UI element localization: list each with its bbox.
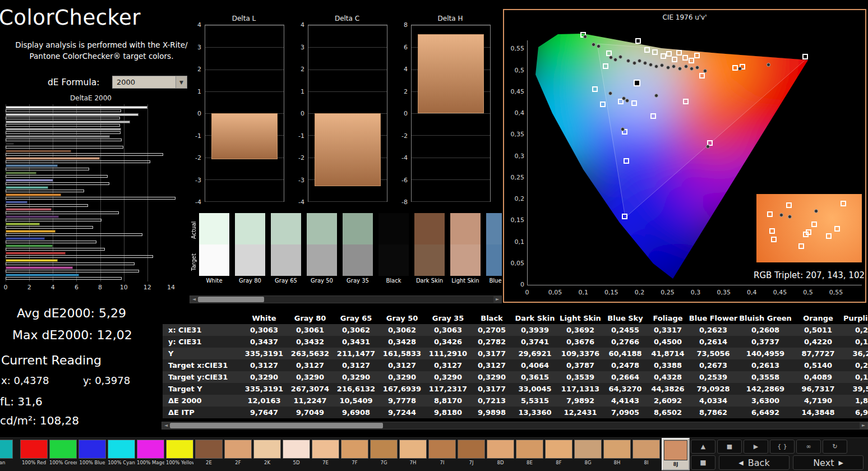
patch-color [108,440,135,459]
patch-label: 100% Red [20,460,48,465]
deitp-bar [6,219,101,221]
scroll-thumb[interactable] [198,297,264,302]
braces-button[interactable]: { } [770,440,795,454]
cie-inset [756,194,862,262]
table-scrollbar[interactable]: ◄► [161,422,868,430]
toolbar-patch-8j[interactable]: 8J [662,438,690,470]
scroll-left-button[interactable]: ◄ [190,296,198,303]
axis-tick-label: 0 [301,110,304,117]
table-cell: 96,7317 [793,383,843,395]
deltae-plot [6,104,171,281]
table-cell: 1,8554 [843,395,868,407]
actual-swatch [271,213,301,244]
table-cell: 0,3939 [513,324,557,336]
next-button[interactable]: Next ▶ [793,455,864,470]
play-icon: ▶ [754,443,758,450]
toolbar-patch-7h[interactable]: 7H [399,440,427,469]
axis-tick-label: 8 [404,21,408,29]
toolbar-patch-100-blue[interactable]: 100% Blue [79,440,106,469]
swatch-strip-scrollbar[interactable]: ◄► [190,295,502,303]
toolbar-patch-100-red[interactable]: 100% Red [20,440,48,469]
scroll-left-button[interactable]: ◄ [162,422,170,429]
toolbar-patch-2f[interactable]: 2F [224,440,252,469]
toolbar-patch-2k[interactable]: 2K [253,440,281,469]
measured-point [592,43,595,47]
toolbar-patch-5d[interactable]: 5D [283,440,310,469]
deitp-bar [6,109,121,112]
patch-label: 2E [195,460,223,465]
table-cell: 14,3848 [793,407,843,418]
toolbar-patch-7e[interactable]: 7E [312,440,339,469]
table-cell: 9,7049 [287,407,333,418]
table-cell: 335,3191 [241,383,287,395]
patch-label: 2F [224,460,252,465]
patch-label: 8J [664,461,687,467]
toolbar-patch-100-yellow[interactable]: 100% Yellow [166,440,193,469]
table-cell: 0,3676 [557,336,603,348]
de2000-bar [6,164,58,167]
toolbar-patch-8h[interactable]: 8H [603,440,631,469]
toolbar-patch-100-cyan[interactable]: 100% Cyan [108,440,135,469]
toolbar-patch-8f[interactable]: 8F [545,440,572,469]
toolbar-patch-8e[interactable]: 8E [516,440,543,469]
table-cell: 167,6939 [379,383,425,395]
toolbar-patch-8g[interactable]: 8G [574,440,602,469]
toolbar-patch-7i[interactable]: 7I [428,440,456,469]
color-patch: Gray 35 [343,213,373,287]
toolbar-patch-7g[interactable]: 7G [370,440,398,469]
toolbar-patch-7j[interactable]: 7J [458,440,485,469]
measured-point [625,99,629,103]
target-point [672,57,677,62]
target-point [666,51,672,57]
toolbar-patch-2e[interactable]: 2E [195,440,223,469]
gridline [308,91,387,92]
target-swatch [199,244,229,276]
table-cell: 0,4089 [793,371,843,383]
scroll-right-button[interactable]: ► [493,296,501,303]
table-cell: 0,4500 [647,336,689,348]
stop-button[interactable]: ■ [691,455,715,470]
table-cell: 73,5056 [689,348,738,359]
target-swatch [271,244,301,276]
toolbar-patch-cyan[interactable]: Cyan [0,440,13,469]
table-cell: 0,7213 [471,395,513,407]
deitp-bar [6,211,119,214]
table-cell: 109,3376 [557,348,603,359]
table-cell: 0,3290 [379,371,425,383]
bottom-toolbar: Cyan100% Red100% Green100% Blue100% Cyan… [0,437,868,471]
toolbar-patch-100-green[interactable]: 100% Green [49,440,77,469]
table-cell: 0,2673 [689,359,738,371]
table-cell: 7,9892 [557,395,603,407]
infinity-button[interactable]: ∞ [796,440,821,454]
caret-up-button[interactable]: ▲ [691,440,715,454]
table-cell: 0,3127 [379,359,425,371]
y-axis-labels: 43210-1-2-3-4 [190,25,203,202]
axis-tick-label: 8 [98,284,102,291]
row-label: Target Y [163,383,241,395]
back-button[interactable]: ◀ Back [719,455,789,470]
color-patch-label: Gray 65 [271,278,301,284]
fl-value: fL: 31,6 [0,395,43,408]
scroll-thumb[interactable] [170,423,383,428]
deltae-chart: DeltaE 2000 02468101214 [1,94,187,295]
table-cell: 3,6300 [738,395,793,407]
toolbar-patch-100-magenta[interactable]: 100% Magenta [137,440,164,469]
refresh-button[interactable]: ↻ [823,440,847,454]
axis-tick-label: 14 [167,284,175,291]
measured-point [643,61,647,65]
color-patch: Dark Skin [414,213,445,287]
axis-tick-label: 2 [197,66,201,73]
play-button[interactable]: ▶ [744,440,768,454]
toolbar-patch-8i[interactable]: 8I [632,440,660,469]
axis-tick-label: -4 [195,198,201,206]
toolbar-patch-7f[interactable]: 7F [341,440,368,469]
de-formula-dropdown[interactable]: 2000 ▼ [112,76,187,89]
scroll-right-button[interactable]: ► [860,422,867,429]
table-cell: 0,3432 [287,336,333,348]
panel-button[interactable]: ■ [717,440,742,454]
gridline [412,113,490,114]
toolbar-patch-8d[interactable]: 8D [487,440,514,469]
patch-color [224,440,252,459]
axis-tick-label: 1 [301,87,304,95]
axis-tick-label: 3 [197,43,201,50]
